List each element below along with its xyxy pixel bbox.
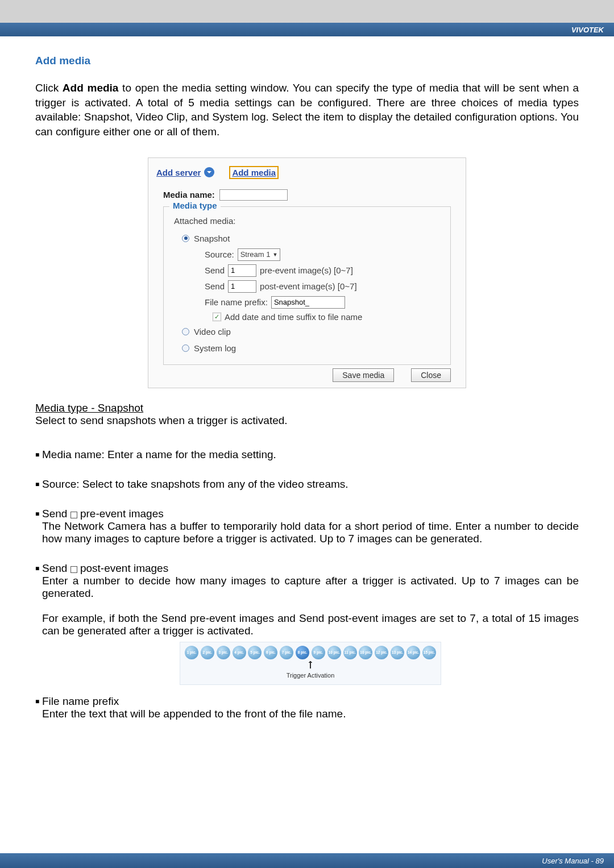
list-content: Send post-event images Enter a number to… (42, 562, 579, 685)
list-item: ■ Source: Select to take snapshots from … (35, 478, 579, 491)
list-content: File name prefix Enter the text that wil… (42, 695, 579, 720)
list-text: Media name: Enter a name for the media s… (42, 448, 579, 461)
bullet-icon: ■ (35, 508, 42, 545)
post-event-input[interactable] (228, 280, 256, 293)
input-box-icon (70, 512, 77, 518)
pre-event-row: Send pre-event image(s) [0~7] (205, 263, 443, 279)
add-server-link[interactable]: Add server (156, 168, 201, 177)
document-page: VIVOTEK Add media Click Add media to ope… (0, 23, 614, 868)
snapshot-radio-row[interactable]: Snapshot (171, 230, 443, 247)
source-select[interactable]: Stream 1 ▼ (238, 248, 281, 261)
media-dialog-screenshot: Add server Add media Media name: Media t… (148, 157, 466, 388)
desc: Enter the text that will be appended to … (42, 708, 346, 720)
diagram-circle: 7 pic. (280, 646, 293, 659)
checkbox-icon[interactable]: ✓ (213, 313, 221, 321)
diagram-circle: 10 pic. (359, 646, 372, 659)
pre-event-label: pre-event image(s) [0~7] (260, 265, 353, 275)
fieldset-legend: Media type (169, 201, 221, 210)
radio-icon[interactable] (182, 344, 189, 352)
diagram-circle: 6 pic. (264, 646, 277, 659)
diagram-circle: 13 pic. (391, 646, 404, 659)
bullet-icon: ■ (35, 478, 42, 491)
desc: Enter a number to decide how many images… (42, 575, 579, 600)
post-event-row: Send post-event image(s) [0~7] (205, 279, 443, 294)
header-bar: VIVOTEK (0, 23, 614, 36)
list-text: Source: Select to take snapshots from an… (42, 478, 579, 491)
send-label-2: Send (205, 281, 225, 291)
systemlog-label: System log (194, 343, 236, 353)
bullet-list: ■ Media name: Enter a name for the media… (35, 448, 579, 720)
lead: Send (42, 508, 67, 520)
input-box-icon (70, 566, 77, 573)
diagram-circle: 3 pic. (217, 646, 230, 659)
diagram-circle: 1 pic. (185, 646, 198, 659)
save-media-button[interactable]: Save media (333, 368, 394, 382)
media-name-label: Media name: (163, 190, 215, 200)
footer-bar: User's Manual - 89 (0, 853, 614, 868)
list-item: ■ File name prefix Enter the text that w… (35, 695, 579, 720)
diagram-circle: 12 pic. (375, 646, 388, 659)
section-title: Add media (35, 55, 579, 67)
diagram-circle: 11 pic. (343, 646, 357, 659)
trigger-diagram: 1 pic.2 pic.3 pic.4 pic.5 pic.6 pic.7 pi… (180, 642, 441, 685)
diagram-circle: 4 pic. (233, 646, 246, 659)
lead2: File name prefix (42, 695, 119, 707)
subheading-title: Media type - Snapshot (35, 402, 143, 414)
lead: Send (42, 562, 67, 574)
videoclip-radio-row[interactable]: Video clip (171, 323, 443, 340)
diagram-circle: 2 pic. (201, 646, 214, 659)
source-value: Stream 1 (240, 250, 271, 259)
subheading-text: Select to send snapshots when a trigger … (35, 414, 579, 427)
prefix-label: File name prefix: (205, 297, 268, 307)
desc: The Network Camera has a buffer to tempo… (42, 520, 579, 545)
bullet-icon: ■ (35, 562, 42, 685)
attached-media-label: Attached media: (171, 211, 443, 230)
add-media-link[interactable]: Add media (229, 166, 279, 179)
source-row: Source: Stream 1 ▼ (205, 247, 443, 263)
intro-paragraph: Click Add media to open the media settin… (35, 81, 579, 139)
subheading: Media type - Snapshot (35, 402, 579, 414)
send-label-1: Send (205, 265, 225, 275)
diagram-circle: 8 pic. (296, 646, 309, 659)
brand-label: VIVOTEK (571, 26, 604, 34)
bullet-icon: ■ (35, 448, 42, 461)
after-box: post-event images (80, 562, 168, 574)
diagram-caption: Trigger Activation (185, 672, 436, 679)
list-item: ■ Media name: Enter a name for the media… (35, 448, 579, 461)
radio-icon[interactable] (182, 235, 189, 242)
snapshot-label: Snapshot (194, 234, 230, 243)
arrow-up-icon: 🠕 (185, 661, 436, 671)
list-content: Send pre-event images The Network Camera… (42, 508, 579, 545)
bullet-icon: ■ (35, 695, 42, 720)
close-button[interactable]: Close (411, 368, 451, 382)
list-item: ■ Send pre-event images The Network Came… (35, 508, 579, 545)
systemlog-radio-row[interactable]: System log (171, 340, 443, 356)
dialog-buttons: Save media Close (148, 365, 466, 382)
media-name-input[interactable] (219, 189, 288, 201)
suffix-label: Add date and time suffix to file name (225, 312, 362, 322)
footer-text: User's Manual - 89 (542, 857, 604, 865)
post-event-label: post-event image(s) [0~7] (260, 281, 357, 291)
content-area: Add media Click Add media to open the me… (0, 36, 614, 720)
diagram-circle: 14 pic. (406, 646, 420, 659)
list-item: ■ Send post-event images Enter a number … (35, 562, 579, 685)
extra: For example, if both the Send pre-event … (42, 612, 579, 637)
chevron-down-icon: ▼ (272, 252, 277, 258)
suffix-row: ✓ Add date and time suffix to file name (213, 310, 443, 323)
diagram-circle: 15 pic. (422, 646, 436, 659)
pre-event-input[interactable] (228, 264, 256, 277)
prefix-row: File name prefix: (205, 294, 443, 310)
intro-bold: Add media (63, 82, 119, 94)
chevron-down-icon[interactable] (204, 167, 214, 177)
diagram-circles: 1 pic.2 pic.3 pic.4 pic.5 pic.6 pic.7 pi… (185, 646, 436, 659)
dialog-header: Add server Add media (148, 164, 466, 186)
media-type-fieldset: Media type Attached media: Snapshot Sour… (163, 206, 451, 365)
prefix-input[interactable] (271, 296, 345, 309)
videoclip-label: Video clip (194, 327, 231, 337)
source-label: Source: (205, 250, 234, 259)
radio-icon[interactable] (182, 328, 189, 335)
diagram-circle: 5 pic. (248, 646, 262, 659)
after-box: pre-event images (80, 508, 164, 520)
diagram-circle: 10 pic. (327, 646, 341, 659)
diagram-circle: 9 pic. (312, 646, 325, 659)
